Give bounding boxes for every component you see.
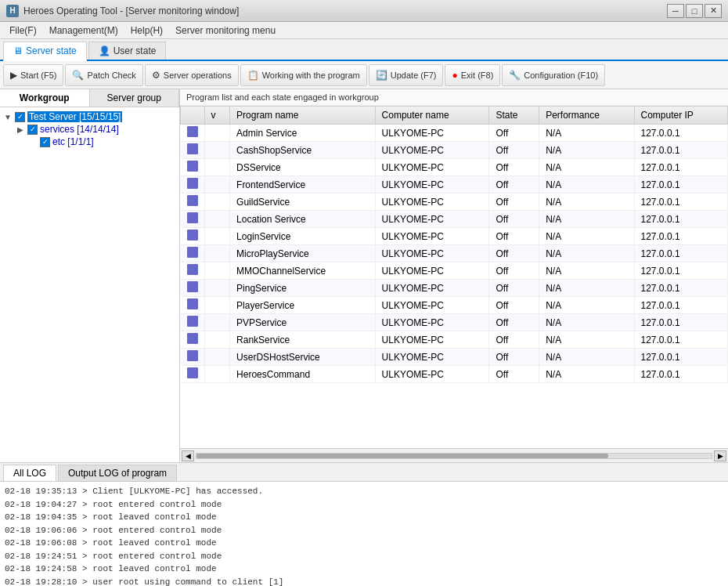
workgroup-tab[interactable]: Workgroup bbox=[0, 89, 90, 107]
col-performance-header[interactable]: Performance bbox=[539, 107, 634, 125]
col-icon-header[interactable] bbox=[181, 107, 205, 125]
row-program-cell: PingService bbox=[230, 280, 376, 297]
minimize-button[interactable]: ─ bbox=[667, 4, 684, 18]
col-program-header[interactable]: Program name bbox=[230, 107, 376, 125]
row-program-cell: RankService bbox=[230, 331, 376, 349]
row-performance-cell: N/A bbox=[539, 176, 634, 194]
server-ops-icon: ⚙ bbox=[152, 70, 160, 81]
tab-bar: 🖥 Server state 👤 User state bbox=[0, 39, 728, 61]
left-panel: Workgroup Server group ▼ ✓ Test Server [… bbox=[0, 89, 180, 462]
row-v-cell bbox=[204, 142, 230, 159]
row-state-cell: Off bbox=[489, 211, 539, 228]
row-performance-cell: N/A bbox=[539, 245, 634, 262]
table-row[interactable]: MMOChannelService ULKYOME-PC Off N/A 127… bbox=[181, 262, 728, 280]
right-panel: Program list and each state engaged in w… bbox=[180, 89, 728, 462]
log-content[interactable]: 02-18 19:35:13 > Client [ULKYOME-PC] has… bbox=[0, 482, 728, 586]
row-performance-cell: N/A bbox=[539, 366, 634, 383]
row-icon bbox=[187, 195, 198, 206]
row-icon bbox=[187, 126, 198, 137]
row-icon-cell bbox=[181, 211, 205, 228]
program-table-wrapper[interactable]: v Program name Computer name State Perfo… bbox=[180, 106, 728, 448]
table-row[interactable]: MicroPlayService ULKYOME-PC Off N/A 127.… bbox=[181, 245, 728, 262]
tree-checkbox-services[interactable]: ✓ bbox=[27, 125, 38, 135]
log-line: 02-18 19:06:06 > root entered control mo… bbox=[5, 524, 723, 537]
app-icon: H bbox=[6, 5, 19, 17]
table-row[interactable]: HeroesCommand ULKYOME-PC Off N/A 127.0.0… bbox=[181, 366, 728, 383]
row-icon-cell bbox=[181, 194, 205, 211]
menu-help[interactable]: Help(H) bbox=[124, 24, 169, 38]
tree-item-services[interactable]: ▶ ✓ services [14/14/14] bbox=[16, 123, 176, 136]
server-group-tab[interactable]: Server group bbox=[90, 89, 180, 107]
tree-root[interactable]: ▼ ✓ Test Server [15/15/15] bbox=[3, 110, 176, 123]
col-computer-header[interactable]: Computer name bbox=[375, 107, 489, 125]
scroll-thumb bbox=[196, 454, 608, 458]
scroll-track[interactable] bbox=[196, 453, 712, 459]
table-row[interactable]: PlayerService ULKYOME-PC Off N/A 127.0.0… bbox=[181, 297, 728, 314]
row-ip-cell: 127.0.0.1 bbox=[634, 366, 727, 383]
row-program-cell: Admin Service bbox=[230, 125, 376, 142]
configuration-button[interactable]: 🔧 Configuration (F10) bbox=[502, 64, 605, 86]
table-row[interactable]: PingService ULKYOME-PC Off N/A 127.0.0.1 bbox=[181, 280, 728, 297]
table-row[interactable]: GuildService ULKYOME-PC Off N/A 127.0.0.… bbox=[181, 194, 728, 211]
tree-item-etc[interactable]: ✓ etc [1/1/1] bbox=[28, 136, 176, 148]
log-tab-all[interactable]: All LOG bbox=[3, 465, 56, 481]
table-row[interactable]: CashShopService ULKYOME-PC Off N/A 127.0… bbox=[181, 142, 728, 159]
row-performance-cell: N/A bbox=[539, 297, 634, 314]
tree-checkbox-root[interactable]: ✓ bbox=[15, 112, 25, 122]
tree-checkbox-etc[interactable]: ✓ bbox=[40, 137, 50, 147]
working-program-button[interactable]: 📋 Working with the program bbox=[240, 64, 367, 86]
menu-management[interactable]: Management(M) bbox=[43, 24, 124, 38]
update-button[interactable]: 🔄 Update (F7) bbox=[369, 64, 444, 86]
row-computer-cell: ULKYOME-PC bbox=[375, 280, 489, 297]
col-v-header[interactable]: v bbox=[204, 107, 230, 125]
row-computer-cell: ULKYOME-PC bbox=[375, 262, 489, 280]
table-row[interactable]: PVPService ULKYOME-PC Off N/A 127.0.0.1 bbox=[181, 314, 728, 331]
col-state-header[interactable]: State bbox=[489, 107, 539, 125]
scroll-left-btn[interactable]: ◀ bbox=[182, 450, 194, 461]
table-row[interactable]: DSService ULKYOME-PC Off N/A 127.0.0.1 bbox=[181, 159, 728, 176]
exit-button[interactable]: ● Exit (F8) bbox=[445, 64, 500, 86]
row-performance-cell: N/A bbox=[539, 159, 634, 176]
server-operations-button[interactable]: ⚙ Server operations bbox=[145, 64, 239, 86]
row-computer-cell: ULKYOME-PC bbox=[375, 297, 489, 314]
menu-server-monitoring[interactable]: Server monitoring menu bbox=[169, 24, 282, 38]
row-icon-cell bbox=[181, 159, 205, 176]
row-ip-cell: 127.0.0.1 bbox=[634, 125, 727, 142]
server-state-icon: 🖥 bbox=[13, 45, 23, 56]
row-v-cell bbox=[204, 245, 230, 262]
row-performance-cell: N/A bbox=[539, 228, 634, 245]
table-row[interactable]: RankService ULKYOME-PC Off N/A 127.0.0.1 bbox=[181, 331, 728, 349]
row-ip-cell: 127.0.0.1 bbox=[634, 142, 727, 159]
row-ip-cell: 127.0.0.1 bbox=[634, 297, 727, 314]
tab-server-state[interactable]: 🖥 Server state bbox=[3, 42, 87, 61]
tree-label-root: Test Server [15/15/15] bbox=[27, 111, 122, 122]
row-icon bbox=[187, 350, 198, 361]
window-title: Heroes Operating Tool - [Server monitori… bbox=[23, 5, 239, 16]
row-computer-cell: ULKYOME-PC bbox=[375, 331, 489, 349]
col-ip-header[interactable]: Computer IP bbox=[634, 107, 727, 125]
start-icon: ▶ bbox=[10, 70, 17, 81]
row-icon bbox=[187, 367, 198, 378]
start-button[interactable]: ▶ Start (F5) bbox=[3, 64, 63, 86]
table-row[interactable]: FrontendService ULKYOME-PC Off N/A 127.0… bbox=[181, 176, 728, 194]
row-v-cell bbox=[204, 125, 230, 142]
row-performance-cell: N/A bbox=[539, 280, 634, 297]
menu-file[interactable]: File(F) bbox=[3, 24, 43, 38]
table-row[interactable]: LoginService ULKYOME-PC Off N/A 127.0.0.… bbox=[181, 228, 728, 245]
row-state-cell: Off bbox=[489, 176, 539, 194]
row-v-cell bbox=[204, 349, 230, 366]
scroll-right-btn[interactable]: ▶ bbox=[714, 450, 726, 461]
row-icon bbox=[187, 161, 198, 172]
title-bar: H Heroes Operating Tool - [Server monito… bbox=[0, 0, 728, 22]
log-tab-output[interactable]: Output LOG of program bbox=[58, 465, 177, 481]
table-row[interactable]: UserDSHostService ULKYOME-PC Off N/A 127… bbox=[181, 349, 728, 366]
table-row[interactable]: Admin Service ULKYOME-PC Off N/A 127.0.0… bbox=[181, 125, 728, 142]
tab-user-state[interactable]: 👤 User state bbox=[88, 42, 167, 60]
row-program-cell: MicroPlayService bbox=[230, 245, 376, 262]
maximize-button[interactable]: □ bbox=[686, 4, 703, 18]
table-row[interactable]: Location Serivce ULKYOME-PC Off N/A 127.… bbox=[181, 211, 728, 228]
tree-area: ▼ ✓ Test Server [15/15/15] ▶ ✓ services … bbox=[0, 107, 179, 462]
horizontal-scrollbar[interactable]: ◀ ▶ bbox=[180, 448, 728, 462]
close-button[interactable]: ✕ bbox=[705, 4, 722, 18]
patch-check-button[interactable]: 🔍 Patch Check bbox=[65, 64, 142, 86]
